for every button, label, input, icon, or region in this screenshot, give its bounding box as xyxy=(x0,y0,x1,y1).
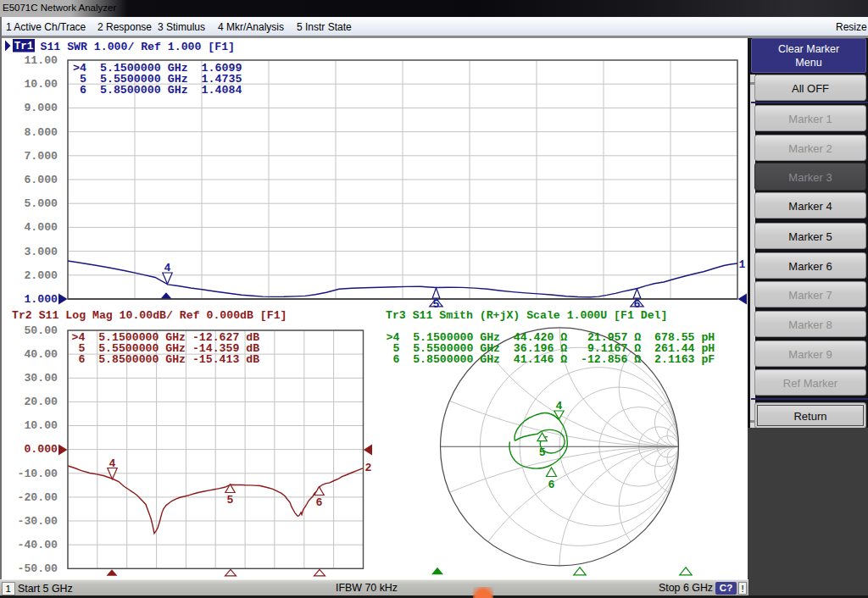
svg-text:20.00: 20.00 xyxy=(24,396,58,408)
svg-text:9.000: 9.000 xyxy=(24,102,58,114)
svg-text:Tr2 S11 Log Mag 10.00dB/ Ref 0: Tr2 S11 Log Mag 10.00dB/ Ref 0.000dB [F1… xyxy=(12,309,287,322)
svg-text:-10.00: -10.00 xyxy=(18,468,58,480)
svg-text:6 5.8500000 GHz 41.146 Ω -1: 6 5.8500000 GHz 41.146 Ω -12.856 Ω 2.116… xyxy=(387,353,715,366)
svg-text:30.00: 30.00 xyxy=(24,372,58,385)
svg-text:10.00: 10.00 xyxy=(24,78,58,91)
svg-text:S11 SWR 1.000/ Ref 1.000 [F1]: S11 SWR 1.000/ Ref 1.000 [F1] xyxy=(41,41,236,53)
svg-text:40.00: 40.00 xyxy=(24,348,58,361)
svg-text:3.000: 3.000 xyxy=(24,246,58,258)
svg-text:6 5.8500000 GHz 1.4084: 6 5.8500000 GHz 1.4084 xyxy=(73,84,242,97)
svg-text:6 5.8500000 GHz -15.413 dB: 6 5.8500000 GHz -15.413 dB xyxy=(72,353,260,366)
svg-text:11.00: 11.00 xyxy=(24,54,58,67)
svg-text:4.000: 4.000 xyxy=(24,221,58,234)
svg-text:5: 5 xyxy=(227,494,234,507)
svg-text:5: 5 xyxy=(539,446,546,459)
svg-text:6.000: 6.000 xyxy=(24,174,58,186)
svg-text:-40.00: -40.00 xyxy=(18,539,58,551)
svg-text:Tr1: Tr1 xyxy=(14,41,34,53)
svg-text:-20.00: -20.00 xyxy=(18,491,58,504)
svg-text:8.000: 8.000 xyxy=(24,126,58,139)
svg-text:10.00: 10.00 xyxy=(24,419,58,432)
svg-text:5: 5 xyxy=(433,298,440,311)
svg-text:0.000: 0.000 xyxy=(24,443,58,456)
svg-text:4: 4 xyxy=(164,262,171,274)
svg-text:2: 2 xyxy=(365,462,372,474)
svg-text:6: 6 xyxy=(316,496,323,509)
svg-text:Tr3 S11 Smith (R+jX) Scale 1.0: Tr3 S11 Smith (R+jX) Scale 1.000U [F1 De… xyxy=(386,309,667,322)
svg-text:6: 6 xyxy=(634,298,641,311)
svg-text:1.000: 1.000 xyxy=(24,293,58,306)
svg-text:-30.00: -30.00 xyxy=(18,515,58,528)
svg-text:-50.00: -50.00 xyxy=(18,562,58,575)
svg-text:2.000: 2.000 xyxy=(24,269,58,282)
svg-text:5.000: 5.000 xyxy=(24,197,58,210)
svg-text:1: 1 xyxy=(739,258,746,271)
svg-text:6: 6 xyxy=(548,479,555,491)
svg-text:50.00: 50.00 xyxy=(24,324,58,337)
svg-text:7.000: 7.000 xyxy=(24,150,58,163)
